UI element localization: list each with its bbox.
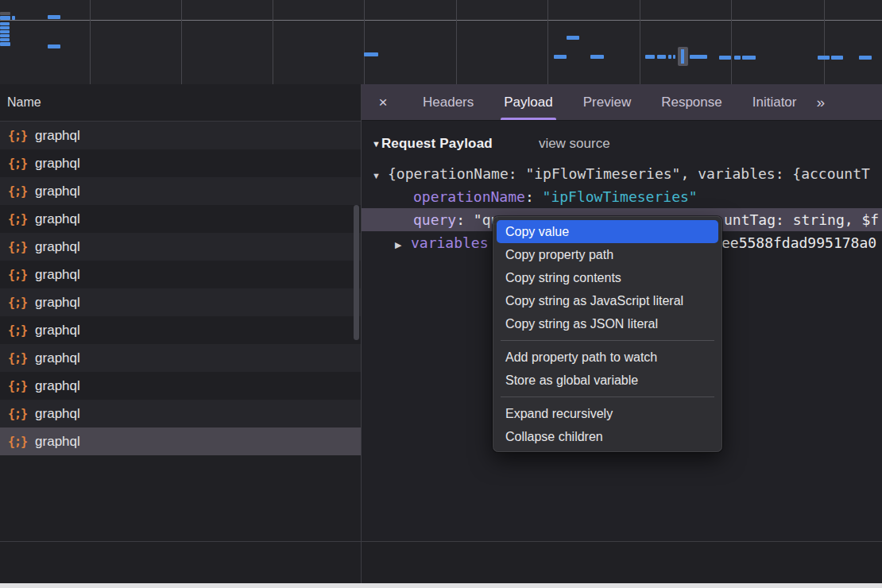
json-file-icon: {;}: [8, 129, 27, 143]
name-column-header[interactable]: Name: [0, 84, 361, 122]
waterfall-request-bar[interactable]: [0, 34, 10, 37]
waterfall-request-bar[interactable]: [567, 36, 579, 40]
request-row[interactable]: {;}graphql: [0, 261, 361, 288]
waterfall-request-bar[interactable]: [742, 56, 756, 60]
json-file-icon: {;}: [8, 184, 27, 199]
overview-baseline: [0, 20, 882, 21]
name-column-label: Name: [7, 95, 41, 109]
waterfall-request-bar[interactable]: [0, 38, 10, 41]
request-row[interactable]: {;}graphql: [0, 149, 361, 177]
menu-item-collapse-children[interactable]: Collapse children: [493, 425, 722, 448]
request-name-label: graphql: [35, 239, 80, 255]
request-row[interactable]: {;}graphql: [0, 177, 361, 205]
detail-tabs: HeadersPayloadPreviewResponseInitiator: [408, 84, 811, 120]
expand-open-icon[interactable]: ▼: [372, 164, 388, 185]
json-root-row[interactable]: ▼{operationName: "ipFlowTimeseries", var…: [362, 162, 882, 185]
request-row[interactable]: {;}graphql: [0, 205, 361, 233]
request-payload-section[interactable]: ▼ Request Payload view source: [362, 130, 882, 157]
waterfall-request-bar[interactable]: [364, 52, 378, 56]
waterfall-request-bar[interactable]: [0, 22, 10, 25]
section-collapse-icon[interactable]: ▼: [372, 139, 381, 149]
close-icon[interactable]: ×: [374, 94, 392, 111]
json-file-icon: {;}: [8, 407, 27, 421]
waterfall-request-bar[interactable]: [48, 44, 60, 48]
json-row-operation-name[interactable]: operationName: "ipFlowTimeseries": [362, 185, 882, 208]
waterfall-request-bar[interactable]: [831, 56, 843, 60]
tab-preview[interactable]: Preview: [583, 84, 631, 120]
tab-response[interactable]: Response: [661, 84, 722, 120]
context-menu: Copy valueCopy property pathCopy string …: [493, 216, 722, 452]
request-name-label: graphql: [35, 211, 80, 227]
waterfall-request-bar[interactable]: [719, 56, 731, 60]
request-name-label: graphql: [35, 323, 80, 338]
waterfall-request-bar[interactable]: [0, 12, 10, 15]
view-source-link[interactable]: view source: [539, 136, 610, 152]
waterfall-request-bar[interactable]: [12, 16, 15, 20]
request-row[interactable]: {;}graphql: [0, 344, 361, 372]
menu-item-expand-recursively[interactable]: Expand recursively: [493, 402, 722, 425]
overview-gridline: [456, 0, 457, 84]
waterfall-selected-request-box[interactable]: [678, 47, 688, 66]
waterfall-request-bar[interactable]: [0, 30, 10, 33]
waterfall-request-bar[interactable]: [0, 42, 10, 46]
menu-item-copy-string-contents[interactable]: Copy string contents: [493, 266, 722, 289]
waterfall-request-bar[interactable]: [0, 26, 10, 29]
tab-label: Payload: [504, 95, 552, 110]
waterfall-request-bar[interactable]: [590, 55, 604, 59]
tab-initiator[interactable]: Initiator: [752, 84, 797, 120]
waterfall-request-bar[interactable]: [48, 15, 60, 19]
waterfall-selected-request-bar: [681, 49, 684, 64]
menu-item-copy-property-path[interactable]: Copy property path: [493, 243, 722, 266]
menu-item-copy-string-as-json-literal[interactable]: Copy string as JSON literal: [493, 312, 722, 335]
more-tabs-icon[interactable]: »: [816, 94, 823, 111]
waterfall-request-bar[interactable]: [818, 56, 830, 60]
json-key: variables: [411, 234, 489, 251]
tab-label: Preview: [583, 95, 631, 110]
window-bottom-edge: [0, 583, 882, 588]
overview-gridline: [824, 0, 825, 84]
request-list-panel: Name {;}graphql{;}graphql{;}graphql{;}gr…: [0, 84, 362, 541]
request-name-label: graphql: [35, 295, 80, 311]
json-key: operationName: [413, 188, 525, 205]
scrollbar-thumb[interactable]: [354, 205, 359, 340]
request-row[interactable]: {;}graphql: [0, 400, 361, 427]
panel-divider: [361, 542, 362, 584]
overview-gridline: [640, 0, 640, 84]
waterfall-request-bar[interactable]: [554, 55, 567, 59]
json-file-icon: {;}: [8, 212, 27, 226]
menu-separator: [501, 340, 714, 341]
waterfall-request-bar[interactable]: [859, 56, 872, 60]
tab-label: Headers: [423, 95, 474, 110]
devtools-network-panel: Name {;}graphql{;}graphql{;}graphql{;}gr…: [0, 0, 882, 588]
waterfall-request-bar[interactable]: [645, 55, 655, 59]
json-file-icon: {;}: [8, 296, 27, 310]
waterfall-request-bar[interactable]: [657, 55, 666, 59]
request-row[interactable]: {;}graphql: [0, 288, 361, 316]
menu-item-add-property-path-to-watch[interactable]: Add property path to watch: [493, 346, 722, 369]
request-row[interactable]: {;}graphql: [0, 316, 361, 344]
waterfall-request-bar[interactable]: [673, 55, 675, 59]
request-row[interactable]: {;}graphql: [0, 372, 361, 400]
request-row[interactable]: {;}graphql: [0, 233, 361, 261]
request-row[interactable]: {;}graphql: [0, 122, 361, 149]
json-file-icon: {;}: [8, 323, 27, 338]
request-name-label: graphql: [35, 156, 80, 172]
network-main-split: Name {;}graphql{;}graphql{;}graphql{;}gr…: [0, 84, 882, 541]
tab-headers[interactable]: Headers: [423, 84, 474, 120]
request-row[interactable]: {;}graphql: [0, 427, 361, 455]
json-file-icon: {;}: [8, 157, 27, 171]
waterfall-request-bar[interactable]: [734, 56, 741, 60]
request-name-label: graphql: [35, 378, 80, 394]
expand-closed-icon[interactable]: ▶: [395, 234, 411, 254]
waterfall-request-bar[interactable]: [0, 16, 10, 20]
waterfall-request-bar[interactable]: [690, 55, 707, 59]
request-name-label: graphql: [35, 350, 80, 366]
tab-payload[interactable]: Payload: [504, 84, 552, 120]
json-root-preview: {operationName: "ipFlowTimeseries", vari…: [388, 165, 870, 182]
network-overview-timeline[interactable]: [0, 0, 882, 85]
waterfall-request-bar[interactable]: [668, 55, 671, 59]
menu-item-copy-string-as-javascript-literal[interactable]: Copy string as JavaScript literal: [493, 289, 722, 312]
json-file-icon: {;}: [8, 379, 27, 393]
menu-item-copy-value[interactable]: Copy value: [497, 220, 718, 243]
menu-item-store-as-global-variable[interactable]: Store as global variable: [493, 369, 722, 392]
